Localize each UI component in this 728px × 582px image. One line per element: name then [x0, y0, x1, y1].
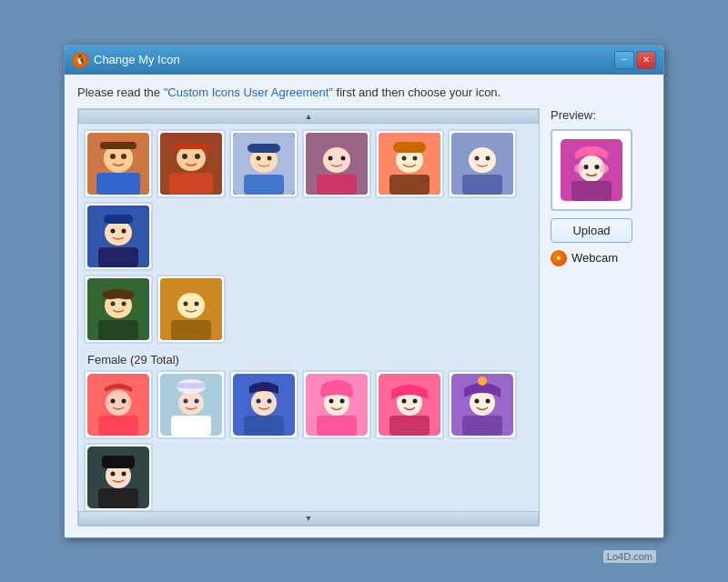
- svg-point-15: [257, 156, 261, 160]
- window-content: Please read the "Custom Icons User Agree…: [65, 75, 663, 537]
- svg-point-72: [329, 398, 334, 403]
- svg-rect-25: [389, 175, 430, 195]
- icon-item[interactable]: [84, 202, 153, 271]
- svg-rect-28: [393, 142, 426, 153]
- upload-button[interactable]: Upload: [551, 218, 632, 243]
- title-bar-controls: − ✕: [614, 51, 656, 69]
- close-button[interactable]: ✕: [636, 51, 656, 69]
- svg-point-35: [105, 220, 132, 246]
- icon-item[interactable]: [229, 129, 298, 198]
- svg-rect-71: [317, 416, 357, 436]
- icon-item[interactable]: [84, 275, 153, 344]
- svg-point-37: [111, 228, 116, 233]
- svg-rect-14: [244, 175, 284, 195]
- svg-rect-91: [102, 456, 135, 468]
- svg-rect-2: [96, 173, 140, 195]
- svg-point-215: [594, 165, 599, 169]
- title-bar-left: 🐧 Change My Icon: [72, 52, 180, 68]
- svg-rect-39: [104, 215, 133, 224]
- svg-rect-82: [462, 416, 502, 436]
- icon-item[interactable]: [157, 370, 226, 439]
- icon-item[interactable]: [302, 129, 371, 198]
- svg-rect-31: [462, 175, 502, 195]
- icon-item[interactable]: [375, 129, 444, 198]
- icon-item[interactable]: [84, 443, 153, 511]
- icon-scroll-area[interactable]: Female (29 Total): [78, 124, 539, 511]
- scroll-down-button[interactable]: ▼: [78, 511, 539, 526]
- svg-point-217: [600, 164, 609, 173]
- male-bottom-row: [84, 275, 533, 344]
- svg-point-67: [257, 398, 261, 403]
- svg-point-78: [402, 398, 407, 403]
- webcam-label: Webcam: [571, 251, 618, 265]
- svg-point-216: [574, 164, 583, 173]
- svg-rect-9: [169, 173, 213, 195]
- svg-point-73: [340, 398, 345, 403]
- svg-point-79: [413, 398, 418, 403]
- svg-point-26: [402, 156, 407, 160]
- icon-item[interactable]: [302, 370, 371, 439]
- svg-point-33: [486, 156, 490, 160]
- svg-rect-52: [98, 416, 138, 436]
- svg-point-16: [268, 156, 272, 160]
- sidebar: Preview: Upload: [551, 108, 651, 527]
- svg-point-85: [478, 376, 487, 386]
- male-top-row: [84, 129, 533, 271]
- icon-item[interactable]: [448, 370, 517, 439]
- svg-point-30: [469, 147, 496, 173]
- scroll-up-button[interactable]: ▲: [78, 109, 539, 124]
- icon-item[interactable]: [157, 129, 226, 198]
- svg-point-43: [111, 301, 116, 306]
- svg-point-68: [268, 398, 272, 403]
- instruction-suffix: first and then choose your icon.: [333, 85, 500, 99]
- svg-rect-42: [98, 320, 138, 340]
- svg-point-61: [195, 398, 199, 403]
- svg-point-54: [122, 398, 126, 403]
- icon-item[interactable]: [375, 370, 444, 439]
- instruction-prefix: Please read the: [77, 85, 164, 99]
- window-title: Change My Icon: [94, 53, 180, 66]
- svg-point-53: [111, 398, 116, 403]
- icon-item[interactable]: [157, 275, 226, 344]
- svg-point-21: [329, 156, 333, 160]
- svg-point-60: [184, 398, 188, 403]
- icon-item[interactable]: [229, 370, 298, 439]
- svg-point-22: [341, 156, 346, 160]
- svg-rect-77: [389, 416, 430, 436]
- svg-point-65: [251, 390, 277, 416]
- icon-item[interactable]: [448, 129, 517, 198]
- svg-point-11: [195, 154, 200, 159]
- watermark: Lo4D.com: [603, 550, 656, 563]
- icon-item[interactable]: [84, 370, 153, 439]
- svg-point-48: [184, 301, 188, 306]
- svg-point-44: [122, 301, 126, 306]
- preview-box: [551, 129, 632, 211]
- svg-rect-66: [244, 416, 284, 436]
- title-bar: 🐧 Change My Icon − ✕: [65, 45, 663, 75]
- svg-point-19: [323, 147, 350, 173]
- svg-point-55: [105, 400, 110, 406]
- user-agreement-link[interactable]: "Custom Icons User Agreement": [164, 85, 333, 99]
- webcam-icon: ●: [551, 250, 567, 266]
- instruction-text: Please read the "Custom Icons User Agree…: [77, 85, 651, 99]
- female-row-1: [84, 370, 533, 511]
- svg-point-10: [182, 154, 187, 159]
- main-area: ▲: [77, 108, 651, 527]
- minimize-button[interactable]: −: [614, 51, 634, 69]
- icon-item[interactable]: [84, 129, 153, 198]
- svg-point-8: [177, 146, 206, 171]
- svg-rect-88: [98, 488, 138, 508]
- svg-rect-63: [177, 383, 206, 388]
- svg-rect-213: [571, 180, 612, 200]
- icon-panel: ▲: [77, 108, 540, 527]
- svg-point-27: [413, 156, 418, 160]
- svg-point-56: [126, 400, 132, 406]
- svg-point-58: [178, 391, 204, 415]
- webcam-button[interactable]: ● Webcam: [551, 250, 651, 266]
- svg-point-83: [475, 398, 480, 403]
- svg-rect-6: [100, 142, 136, 149]
- svg-point-49: [195, 301, 199, 306]
- svg-rect-47: [171, 320, 211, 340]
- svg-point-3: [104, 146, 133, 171]
- svg-point-4: [110, 154, 116, 159]
